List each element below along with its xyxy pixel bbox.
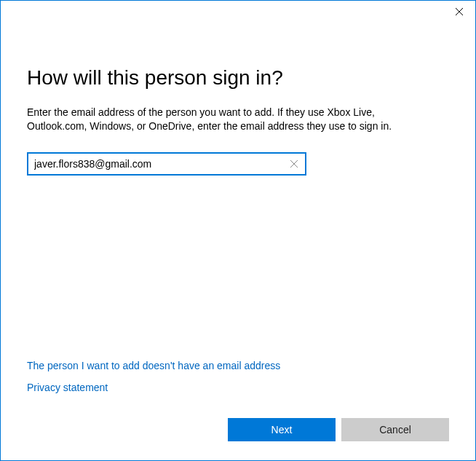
clear-input-button[interactable] xyxy=(283,154,305,174)
close-button[interactable] xyxy=(443,1,475,23)
email-input[interactable] xyxy=(28,154,283,174)
privacy-link[interactable]: Privacy statement xyxy=(27,382,108,393)
clear-icon xyxy=(290,160,298,168)
page-heading: How will this person sign in? xyxy=(27,66,449,90)
close-icon xyxy=(456,8,463,15)
email-input-wrap xyxy=(27,152,306,176)
no-email-link[interactable]: The person I want to add doesn't have an… xyxy=(27,360,280,371)
spacer xyxy=(27,176,449,360)
dialog-footer: Next Cancel xyxy=(1,403,475,460)
cancel-button[interactable]: Cancel xyxy=(341,418,449,441)
next-button[interactable]: Next xyxy=(228,418,336,441)
titlebar xyxy=(1,1,475,24)
dialog-content: How will this person sign in? Enter the … xyxy=(1,24,475,403)
page-description: Enter the email address of the person yo… xyxy=(27,106,435,133)
